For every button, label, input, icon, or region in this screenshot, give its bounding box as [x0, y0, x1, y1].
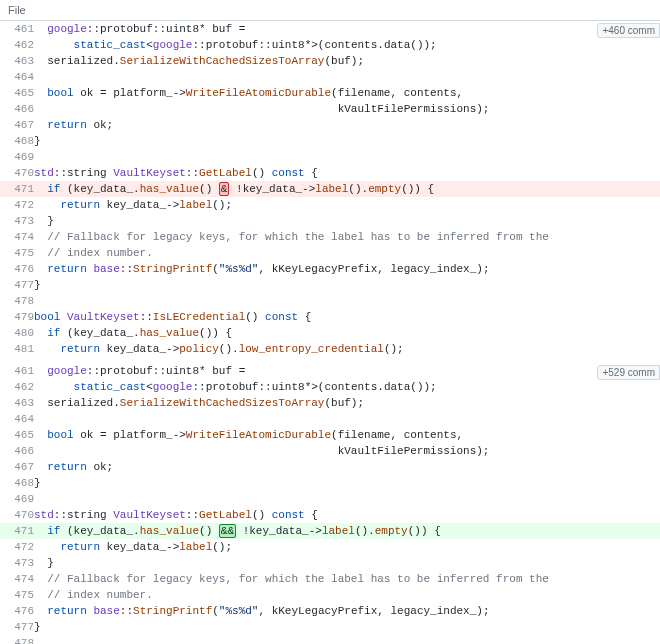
line-number[interactable]: 462	[0, 379, 34, 395]
code-cell: kVaultFilePermissions);	[34, 101, 660, 117]
code-line[interactable]: 465 bool ok = platform_->WriteFileAtomic…	[0, 85, 660, 101]
code-line[interactable]: 472 return key_data_->label();	[0, 539, 660, 555]
token-func: WriteFileAtomicDurable	[186, 429, 331, 441]
code-line[interactable]: 461 google::protobuf::uint8* buf =	[0, 363, 660, 379]
line-number[interactable]: 476	[0, 603, 34, 619]
code-line[interactable]: 463 serialized.SerializeWithCachedSizesT…	[0, 53, 660, 69]
code-line[interactable]: 471 if (key_data_.has_value() && !key_da…	[0, 523, 660, 539]
line-number[interactable]: 472	[0, 197, 34, 213]
line-number[interactable]: 465	[0, 427, 34, 443]
code-line[interactable]: 461 google::protobuf::uint8* buf =	[0, 21, 660, 37]
token-plain: kVaultFilePermissions);	[34, 445, 489, 457]
token-kw: return	[60, 541, 100, 553]
code-line[interactable]: 464	[0, 69, 660, 85]
line-number[interactable]: 461	[0, 363, 34, 379]
line-number[interactable]: 470	[0, 507, 34, 523]
code-line[interactable]: 478	[0, 635, 660, 644]
line-number[interactable]: 468	[0, 133, 34, 149]
token-kw: return	[47, 461, 87, 473]
line-number[interactable]: 474	[0, 229, 34, 245]
line-number[interactable]: 466	[0, 101, 34, 117]
line-number[interactable]: 462	[0, 37, 34, 53]
line-number[interactable]: 477	[0, 277, 34, 293]
line-number[interactable]: 479	[0, 309, 34, 325]
line-number[interactable]: 470	[0, 165, 34, 181]
token-func: label	[322, 525, 355, 537]
line-number[interactable]: 481	[0, 341, 34, 357]
code-line[interactable]: 478	[0, 293, 660, 309]
token-plain: ()) {	[199, 327, 232, 339]
code-line[interactable]: 464	[0, 411, 660, 427]
code-line[interactable]: 466 kVaultFilePermissions);	[0, 443, 660, 459]
token-plain	[34, 605, 47, 617]
code-line[interactable]: 477}	[0, 277, 660, 293]
line-number[interactable]: 475	[0, 245, 34, 261]
token-plain: {	[298, 311, 311, 323]
code-line[interactable]: 468}	[0, 133, 660, 149]
code-line[interactable]: 471 if (key_data_.has_value() & !key_dat…	[0, 181, 660, 197]
code-line[interactable]: 472 return key_data_->label();	[0, 197, 660, 213]
line-number[interactable]: 469	[0, 491, 34, 507]
line-number[interactable]: 473	[0, 555, 34, 571]
code-line[interactable]: 465 bool ok = platform_->WriteFileAtomic…	[0, 427, 660, 443]
line-number[interactable]: 476	[0, 261, 34, 277]
code-line[interactable]: 469	[0, 491, 660, 507]
line-number[interactable]: 465	[0, 85, 34, 101]
code-line[interactable]: 462 static_cast<google::protobuf::uint8*…	[0, 37, 660, 53]
line-number[interactable]: 480	[0, 325, 34, 341]
token-plain: (key_data_.	[60, 327, 139, 339]
expand-new-button[interactable]: +529 comm	[597, 365, 660, 380]
code-line[interactable]: 481 return key_data_->policy().low_entro…	[0, 341, 660, 357]
line-number[interactable]: 477	[0, 619, 34, 635]
line-number[interactable]: 474	[0, 571, 34, 587]
expand-old-button[interactable]: +460 comm	[597, 23, 660, 38]
code-line[interactable]: 479bool VaultKeyset::IsLECredential() co…	[0, 309, 660, 325]
token-plain	[34, 39, 74, 51]
line-number[interactable]: 466	[0, 443, 34, 459]
line-number[interactable]: 467	[0, 459, 34, 475]
code-line[interactable]: 470std::string VaultKeyset::GetLabel() c…	[0, 507, 660, 523]
line-number[interactable]: 461	[0, 21, 34, 37]
code-cell: // index number.	[34, 587, 660, 603]
code-line[interactable]: 468}	[0, 475, 660, 491]
code-line[interactable]: 462 static_cast<google::protobuf::uint8*…	[0, 379, 660, 395]
line-number[interactable]: 463	[0, 395, 34, 411]
line-number[interactable]: 471	[0, 181, 34, 197]
token-plain: !key_data_->	[236, 525, 322, 537]
code-line[interactable]: 476 return base::StringPrintf("%s%d", kK…	[0, 261, 660, 277]
line-number[interactable]: 464	[0, 69, 34, 85]
code-line[interactable]: 477}	[0, 619, 660, 635]
code-line[interactable]: 475 // index number.	[0, 587, 660, 603]
line-number[interactable]: 471	[0, 523, 34, 539]
code-line[interactable]: 480 if (key_data_.has_value()) {	[0, 325, 660, 341]
code-cell: std::string VaultKeyset::GetLabel() cons…	[34, 165, 660, 181]
line-number[interactable]: 467	[0, 117, 34, 133]
line-number[interactable]: 469	[0, 149, 34, 165]
line-number[interactable]: 464	[0, 411, 34, 427]
token-str: "%s%d"	[219, 605, 259, 617]
code-line[interactable]: 469	[0, 149, 660, 165]
code-line[interactable]: 470std::string VaultKeyset::GetLabel() c…	[0, 165, 660, 181]
code-line[interactable]: 474 // Fallback for legacy keys, for whi…	[0, 571, 660, 587]
line-number[interactable]: 473	[0, 213, 34, 229]
code-line[interactable]: 467 return ok;	[0, 459, 660, 475]
line-number[interactable]: 478	[0, 293, 34, 309]
token-plain: kVaultFilePermissions);	[34, 103, 489, 115]
token-ns: google	[153, 381, 193, 393]
code-line[interactable]: 473 }	[0, 213, 660, 229]
code-line[interactable]: 475 // index number.	[0, 245, 660, 261]
token-func: has_value	[140, 183, 199, 195]
line-number[interactable]: 468	[0, 475, 34, 491]
code-line[interactable]: 474 // Fallback for legacy keys, for whi…	[0, 229, 660, 245]
code-line[interactable]: 473 }	[0, 555, 660, 571]
code-line[interactable]: 476 return base::StringPrintf("%s%d", kK…	[0, 603, 660, 619]
token-plain: ok;	[87, 461, 113, 473]
line-number[interactable]: 478	[0, 635, 34, 644]
code-line[interactable]: 467 return ok;	[0, 117, 660, 133]
line-number[interactable]: 472	[0, 539, 34, 555]
line-number[interactable]: 463	[0, 53, 34, 69]
line-number[interactable]: 475	[0, 587, 34, 603]
code-line[interactable]: 463 serialized.SerializeWithCachedSizesT…	[0, 395, 660, 411]
code-line[interactable]: 466 kVaultFilePermissions);	[0, 101, 660, 117]
token-func: label	[179, 541, 212, 553]
